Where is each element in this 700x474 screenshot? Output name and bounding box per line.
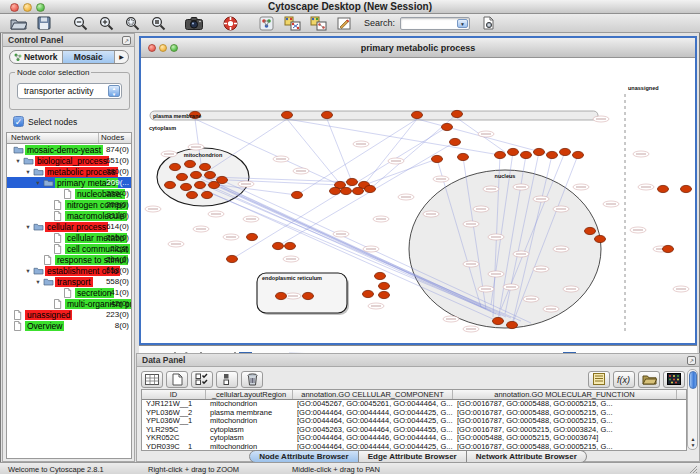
tree-row[interactable]: ▼establishment of lo558(0) <box>7 265 131 276</box>
network-node[interactable] <box>227 255 238 262</box>
expand-arrow-icon[interactable]: ▼ <box>23 224 33 230</box>
tree-row[interactable]: macromolecule311(0) <box>7 210 131 221</box>
save-icon[interactable] <box>32 15 56 32</box>
table-column-header[interactable]: annotation.GO CELLULAR_COMPONENT <box>293 390 453 399</box>
table-row[interactable]: YJR121W__1mitochondrion[GO:0045267, GO:0… <box>142 400 686 409</box>
tree-row[interactable]: ▼transport558(0) <box>7 276 131 287</box>
network-node[interactable] <box>412 111 423 118</box>
network-node[interactable] <box>303 292 314 299</box>
select-nodes-checkbox[interactable]: ✓ <box>13 116 24 127</box>
table-cell[interactable]: [GO:0045263, GO:0044464, GO:0044455, G..… <box>293 426 453 435</box>
network-node[interactable] <box>534 148 545 155</box>
resize-grip-icon[interactable] <box>689 465 698 474</box>
network-node[interactable] <box>341 187 352 194</box>
network-node[interactable] <box>442 123 453 130</box>
net-maximize-button[interactable] <box>170 44 178 52</box>
zoom-selected-icon[interactable] <box>120 15 144 32</box>
network-node[interactable] <box>165 181 176 188</box>
network-window-titlebar[interactable]: primary metabolic process <box>141 38 695 58</box>
table-cell[interactable]: [GO:0044464, GO:0044444, GO:0044425, G..… <box>293 409 453 418</box>
net-minimize-button[interactable] <box>159 44 167 52</box>
network-node[interactable] <box>379 291 390 298</box>
scroll-down-icon[interactable]: ▼ <box>688 442 698 448</box>
table-vertical-scrollbar[interactable]: ▲ ▼ <box>687 369 698 450</box>
table-cell[interactable]: [GO:0005488, GO:0005215, GO:0003674] <box>453 434 677 443</box>
tab-mosaic[interactable]: Mosaic <box>63 51 116 63</box>
network-node[interactable] <box>681 185 692 192</box>
table-cell[interactable]: YPL036W__1 <box>142 417 206 426</box>
network-node[interactable] <box>573 151 584 158</box>
network-node[interactable] <box>595 235 606 242</box>
tree-row[interactable]: nucleobase-209(0) <box>7 188 131 199</box>
network-node[interactable] <box>663 245 674 252</box>
tree-row[interactable]: ▼metabolic process280(0) <box>7 166 131 177</box>
network-node[interactable] <box>273 242 284 249</box>
table-column-header[interactable]: annotation.GO MOLECULAR_FUNCTION <box>453 390 677 399</box>
network-node[interactable] <box>493 317 504 324</box>
network-node[interactable] <box>292 191 303 198</box>
expand-arrow-icon[interactable]: ▼ <box>33 180 43 186</box>
nucleus-region[interactable] <box>409 170 601 328</box>
table-cell[interactable]: YJR121W__1 <box>142 400 206 409</box>
table-cell[interactable]: cytoplasm <box>206 434 293 443</box>
network-node[interactable] <box>521 151 532 158</box>
network-node[interactable] <box>585 227 596 234</box>
network-edge[interactable] <box>287 119 500 155</box>
zoom-out-icon[interactable] <box>68 15 92 32</box>
node-color-attribute-select[interactable]: transporter activity ▲▼ <box>17 83 122 99</box>
plugins-icon[interactable] <box>476 15 500 32</box>
network-node[interactable] <box>177 173 188 180</box>
network-node[interactable] <box>200 163 211 170</box>
more-tabs-icon[interactable]: ▶ <box>115 51 128 63</box>
network-node[interactable] <box>507 321 518 328</box>
net-close-button[interactable] <box>148 44 156 52</box>
annotation-icon[interactable] <box>332 15 356 32</box>
tree-row[interactable]: secretion41(0) <box>7 287 131 298</box>
table-row[interactable]: YPL036W__2plasma membrane[GO:0044464, GO… <box>142 409 686 418</box>
table-column-header[interactable]: ID <box>142 390 206 399</box>
expand-arrow-icon[interactable]: ▼ <box>23 169 33 175</box>
table-cell[interactable]: [GO:0016787, GO:0005488, GO:0005215, G..… <box>453 409 677 418</box>
network-node[interactable] <box>191 171 202 178</box>
table-cell[interactable]: plasma membrane <box>206 409 293 418</box>
network-node[interactable] <box>547 151 558 158</box>
tree-row[interactable]: nitrogen compo209(0) <box>7 199 131 210</box>
network-node[interactable] <box>185 160 196 167</box>
show-table-icon[interactable] <box>141 371 163 388</box>
table-cell[interactable]: YKR052C <box>142 434 206 443</box>
network-node[interactable] <box>363 290 374 297</box>
plasma-membrane-region[interactable] <box>150 111 598 120</box>
network-edge[interactable] <box>364 119 417 185</box>
network-node[interactable] <box>458 153 469 160</box>
network-node[interactable] <box>365 185 376 192</box>
tree-row[interactable]: unassigned223(0) <box>7 309 131 320</box>
network-node[interactable] <box>347 178 358 185</box>
help-icon[interactable] <box>218 15 242 32</box>
delete-attribute-icon[interactable] <box>241 371 263 388</box>
import-attributes-icon[interactable] <box>638 371 660 388</box>
network-node[interactable] <box>560 148 571 155</box>
function-builder-icon[interactable]: f(x) <box>613 371 635 388</box>
network-node[interactable] <box>658 185 669 192</box>
tree-row[interactable]: ▼biological_process651(0) <box>7 155 131 166</box>
scrollbar-thumb[interactable] <box>689 371 697 389</box>
network-node[interactable] <box>375 272 386 279</box>
table-cell[interactable]: [GO:0016787, GO:0005215, GO:0003824, G..… <box>453 426 677 435</box>
table-row[interactable]: YPL036W__1mitochondrion[GO:0044464, GO:0… <box>142 417 686 426</box>
network-node[interactable] <box>495 151 506 158</box>
table-cell[interactable]: [GO:0016787, GO:0005488, GO:0005215, G..… <box>453 417 677 426</box>
table-cell[interactable]: YLR295C <box>142 426 206 435</box>
network-node[interactable] <box>450 138 461 145</box>
table-cell[interactable]: [GO:0016787, GO:0005488, GO:0005215, G..… <box>453 400 677 409</box>
network-node[interactable] <box>379 282 390 289</box>
tree-row[interactable]: Overview8(0) <box>7 320 131 331</box>
attribute-matrix-icon[interactable] <box>663 371 685 388</box>
network-node[interactable] <box>285 242 296 249</box>
snapshot-icon[interactable] <box>182 15 206 32</box>
table-cell[interactable]: [GO:0045267, GO:0045261, GO:0044464, G..… <box>293 400 453 409</box>
open-icon[interactable] <box>6 15 30 32</box>
float-data-panel-icon[interactable]: ↗ <box>687 356 696 365</box>
zoom-fit-icon[interactable] <box>146 15 170 32</box>
attribute-list-icon[interactable] <box>588 371 610 388</box>
network-node[interactable] <box>322 111 333 118</box>
